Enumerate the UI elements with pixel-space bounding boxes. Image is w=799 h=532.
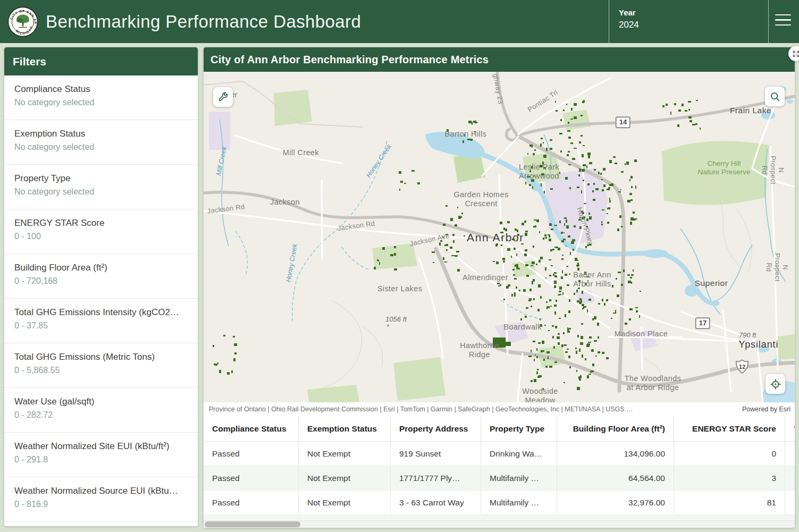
building-footprint	[639, 315, 640, 318]
building-footprint	[507, 248, 510, 251]
building-footprint	[545, 267, 546, 270]
building-footprint	[514, 278, 517, 280]
basemap	[204, 72, 795, 402]
filter-item[interactable]: ENERGY STAR Score0 - 100	[4, 209, 198, 254]
scrollbar-thumb[interactable]	[205, 521, 300, 527]
building-footprint	[549, 223, 552, 226]
building-footprint	[399, 189, 401, 191]
building-footprint	[579, 379, 582, 381]
map-search-button[interactable]	[765, 87, 785, 106]
building-footprint	[531, 350, 532, 352]
building-footprint	[548, 356, 549, 359]
building-footprint	[677, 124, 679, 127]
building-footprint	[526, 307, 528, 309]
table-cell: Passed	[204, 491, 299, 514]
filter-item[interactable]: Building Floor Area (ft²)0 - 720,168	[4, 254, 198, 299]
column-header[interactable]: Building Floor Area (ft²)	[557, 416, 674, 441]
building-footprint	[539, 375, 540, 376]
table-cell	[785, 466, 795, 490]
table-header-row: Compliance StatusExemption StatusPropert…	[204, 416, 795, 442]
filter-item[interactable]: Weather Normalized Site EUI (kBtu/ft²)0 …	[4, 433, 198, 477]
building-footprint	[611, 183, 613, 187]
us-route-shield: 12	[734, 359, 750, 377]
column-header[interactable]: ENERGY STAR Score	[674, 416, 785, 441]
building-footprint	[539, 231, 541, 233]
building-footprint	[531, 265, 533, 266]
building-footprint	[566, 246, 567, 247]
column-header[interactable]: Y	[785, 416, 795, 441]
building-footprint	[563, 332, 565, 334]
filter-item[interactable]: Total GHG Emissions Intensity (kgCO2…0 -…	[4, 299, 198, 343]
building-footprint	[543, 142, 544, 144]
building-footprint	[616, 278, 617, 280]
filter-item[interactable]: Water Use (gal/sqft)0 - 282.72	[4, 388, 198, 433]
building-footprint	[574, 148, 576, 149]
filter-item[interactable]: Property TypeNo category selected	[4, 165, 198, 209]
building-footprint	[549, 234, 551, 238]
building-footprint	[511, 256, 512, 258]
building-footprint	[586, 344, 590, 347]
building-footprint	[567, 154, 569, 156]
table-cell: Drinking Wa…	[481, 442, 557, 466]
building-footprint	[581, 336, 584, 339]
building-footprint	[543, 359, 545, 361]
menu-button[interactable]	[774, 14, 792, 26]
year-selector[interactable]: Year 2024	[619, 8, 639, 30]
building-footprint	[606, 357, 608, 359]
filter-value: 0 - 720,168	[14, 276, 192, 286]
table-cell: 3	[674, 466, 785, 490]
building-footprint	[583, 164, 586, 166]
map-canvas[interactable]: erBarton HillsMill CreekMill CreekHoney …	[204, 72, 795, 402]
building-footprint	[602, 299, 603, 301]
building-footprint	[400, 181, 402, 183]
building-footprint	[452, 234, 455, 236]
column-header[interactable]: Property Address	[391, 416, 481, 441]
building-footprint	[586, 165, 587, 168]
building-footprint	[543, 350, 544, 352]
building-footprint	[592, 364, 594, 366]
building-footprint	[688, 101, 691, 103]
building-footprint	[570, 252, 571, 255]
map-locate-button[interactable]	[766, 374, 785, 394]
building-footprint	[213, 345, 214, 347]
filter-item[interactable]: Compliance StatusNo category selected	[4, 75, 198, 120]
building-footprint	[582, 308, 584, 309]
column-header[interactable]: Exemption Status	[299, 416, 391, 441]
building-footprint	[526, 275, 529, 277]
building-footprint	[549, 299, 551, 301]
building-footprint	[633, 212, 635, 214]
hamburger-icon	[775, 14, 791, 15]
expand-button[interactable]	[788, 46, 799, 61]
building-footprint	[581, 211, 583, 213]
table-row[interactable]: PassedNot Exempt3 - 63 Carrot WayMultifa…	[204, 491, 795, 515]
building-footprint	[558, 342, 560, 345]
table-horizontal-scrollbar[interactable]	[204, 520, 795, 528]
building-footprint	[545, 277, 546, 278]
column-header[interactable]: Compliance Status	[204, 416, 299, 441]
filter-label: Weather Normalized Source EUI (kBtu…	[14, 486, 192, 496]
building-footprint	[531, 380, 533, 382]
building-footprint	[440, 240, 442, 242]
filter-item[interactable]: Exemption StatusNo category selected	[4, 120, 198, 165]
building-footprint	[625, 323, 627, 325]
building-footprint	[544, 191, 545, 193]
building-footprint	[628, 281, 631, 283]
building-footprint	[674, 103, 676, 106]
table-row[interactable]: PassedNot Exempt1771/1777 Ply…Multifamil…	[204, 466, 795, 491]
building-footprint	[561, 240, 563, 242]
building-footprint	[572, 158, 575, 160]
building-footprint	[507, 221, 510, 223]
building-footprint	[567, 284, 569, 286]
building-footprint	[568, 137, 571, 139]
filter-item[interactable]: Total GHG Emissions (Metric Tons)0 - 5,8…	[4, 343, 198, 388]
column-header[interactable]: Property Type	[481, 416, 557, 441]
map-tools-button[interactable]	[213, 87, 233, 107]
building-footprint	[215, 364, 217, 365]
filter-item[interactable]: Weather Normalized Source EUI (kBtu…0 - …	[4, 477, 198, 522]
building-footprint	[536, 356, 538, 358]
building-footprint	[562, 255, 563, 256]
building-footprint	[561, 232, 563, 234]
building-footprint	[579, 217, 581, 218]
building-footprint	[563, 232, 565, 233]
table-row[interactable]: PassedNot Exempt919 SunsetDrinking Wa…13…	[204, 442, 795, 466]
